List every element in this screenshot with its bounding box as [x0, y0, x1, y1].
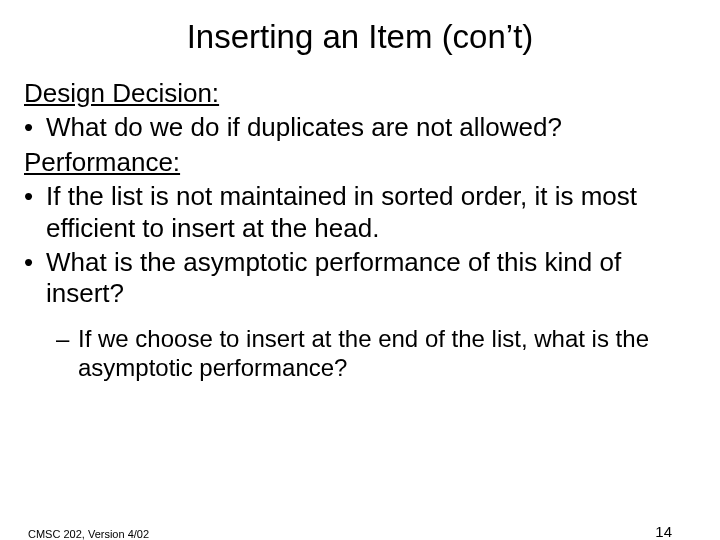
bullet-item: • What do we do if duplicates are not al…: [24, 112, 696, 144]
bullet-icon: •: [24, 247, 46, 310]
slide-body: Design Decision: • What do we do if dupl…: [0, 78, 720, 383]
bullet-item: • What is the asymptotic performance of …: [24, 247, 696, 310]
bullet-text: What is the asymptotic performance of th…: [46, 247, 696, 310]
bullet-text: What do we do if duplicates are not allo…: [46, 112, 696, 144]
sub-bullet-item: – If we choose to insert at the end of t…: [24, 324, 696, 383]
bullet-icon: •: [24, 112, 46, 144]
sub-bullet-text: If we choose to insert at the end of the…: [78, 324, 696, 383]
slide-title: Inserting an Item (con’t): [0, 18, 720, 56]
footer-course-version: CMSC 202, Version 4/02: [28, 528, 149, 540]
section-heading-performance: Performance:: [24, 147, 696, 179]
bullet-icon: •: [24, 181, 46, 244]
slide: Inserting an Item (con’t) Design Decisio…: [0, 18, 720, 540]
bullet-item: • If the list is not maintained in sorte…: [24, 181, 696, 244]
section-heading-design: Design Decision:: [24, 78, 696, 110]
bullet-text: If the list is not maintained in sorted …: [46, 181, 696, 244]
footer-page-number: 14: [655, 523, 672, 540]
dash-icon: –: [56, 324, 78, 383]
